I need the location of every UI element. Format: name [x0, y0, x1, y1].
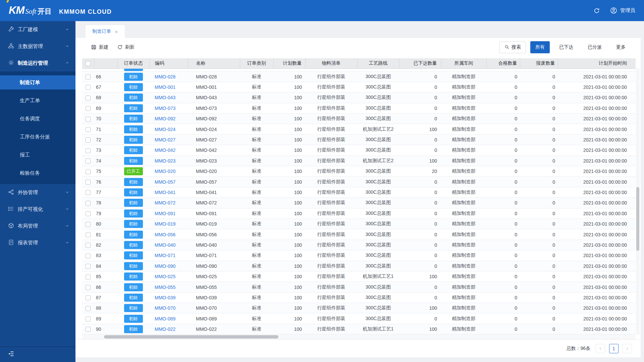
sidebar-subitem[interactable]: 检验任务 — [0, 164, 75, 182]
table-row[interactable]: 67初始MMO-001MMO-001标准100行星组件部装300C总装图0精加制… — [82, 82, 636, 92]
order-code-link[interactable]: MMO-090 — [155, 263, 175, 269]
order-code-link[interactable]: MMO-089 — [155, 316, 175, 321]
row-checkbox[interactable] — [86, 74, 91, 79]
refresh-page-icon[interactable] — [593, 7, 600, 14]
next-page-button[interactable] — [623, 344, 632, 353]
table-row[interactable]: 72初始MMO-027MMO-027标准100行星组件部装300C总装图0精加制… — [82, 134, 636, 145]
table-row[interactable]: 70初始MMO-092MMO-092标准100行星组件部装300C总装图0精加制… — [82, 114, 636, 124]
row-checkbox[interactable] — [86, 243, 91, 248]
table-row[interactable]: 80初始MMO-019MMO-019标准100行星组件部装300C总装图0精加制… — [82, 219, 636, 229]
order-code-link[interactable]: MMO-040 — [155, 242, 175, 248]
sidebar-subitem[interactable]: 任务调度 — [0, 110, 75, 128]
table-row[interactable]: 85初始MMO-025MMO-025标准100行星组件部装机加测试工艺1100精… — [82, 271, 636, 282]
table-row[interactable]: 82初始MMO-040MMO-040标准100行星组件部装300C总装图0精加制… — [82, 240, 636, 250]
row-checkbox[interactable] — [86, 306, 91, 311]
table-row[interactable]: 68初始MMO-043MMO-043标准100行星组件部装300C总装图0精加制… — [82, 93, 636, 103]
collapse-sidebar-icon[interactable] — [7, 351, 15, 358]
order-code-link[interactable]: MMO-041 — [155, 190, 175, 195]
table-row[interactable]: 74初始MMO-023MMO-023标准100行星组件部装机加测试工艺2100精… — [82, 156, 636, 166]
sidebar-item[interactable]: 制造运行管理 — [0, 55, 75, 71]
table-row[interactable]: 90初始MMO-022MMO-022标准100行星组件部装机加测试工艺1100精… — [82, 324, 636, 334]
order-code-link[interactable]: MMO-073 — [155, 106, 175, 111]
order-code-link[interactable]: MMO-056 — [155, 232, 175, 237]
row-checkbox[interactable] — [86, 190, 91, 195]
select-all-checkbox[interactable] — [86, 61, 91, 66]
row-checkbox[interactable] — [86, 285, 91, 290]
table-row[interactable]: 75已开工MMO-020MMO-020标准100行星组件部装300C总装图20精… — [82, 166, 636, 177]
row-checkbox[interactable] — [86, 211, 91, 216]
row-checkbox[interactable] — [86, 327, 91, 332]
current-page-button[interactable]: 1 — [609, 344, 619, 353]
sidebar-item[interactable]: 工厂建模 — [0, 21, 75, 38]
sidebar-item[interactable]: 外协管理 — [0, 184, 75, 201]
order-code-link[interactable]: MMO-070 — [155, 305, 175, 311]
row-checkbox[interactable] — [86, 85, 91, 90]
row-checkbox[interactable] — [86, 180, 91, 185]
table-row[interactable]: 78初始MMO-072MMO-072标准100行星组件部装300C总装图0精加制… — [82, 198, 636, 208]
table-row[interactable]: 76初始MMO-057MMO-057标准100行星组件部装300C总装图0精加制… — [82, 177, 636, 187]
table-row[interactable]: 73初始MMO-042MMO-042标准100行星组件部装300C总装图0精加制… — [82, 145, 636, 156]
sidebar-subitem[interactable]: 制造订单 — [0, 75, 75, 89]
sidebar-item[interactable]: 排产可视化 — [0, 201, 75, 218]
sidebar-subitem[interactable]: 生产工单 — [0, 92, 75, 110]
order-code-link[interactable]: MMO-025 — [155, 274, 175, 279]
row-checkbox[interactable] — [86, 106, 91, 111]
row-checkbox[interactable] — [86, 127, 91, 132]
sidebar-item[interactable]: 主数据管理 — [0, 38, 75, 55]
table-row[interactable]: 83初始MMO-071MMO-071标准100行星组件部装300C总装图0精加制… — [82, 250, 636, 261]
table-row[interactable]: 66初始MMO-028MMO-028标准100行星组件部装300C总装图0精加制… — [82, 71, 636, 82]
row-checkbox[interactable] — [86, 148, 91, 153]
table-row[interactable]: 81初始MMO-056MMO-056标准100行星组件部装300C总装图0精加制… — [82, 229, 636, 240]
filter-button[interactable]: 已分派 — [583, 41, 607, 53]
search-button[interactable]: 搜索 — [499, 41, 526, 53]
user-menu[interactable]: 管理员 — [610, 7, 635, 14]
row-checkbox[interactable] — [86, 316, 91, 321]
table-row[interactable]: 69初始MMO-073MMO-073标准100行星组件部装300C总装图0精加制… — [82, 103, 636, 113]
row-checkbox[interactable] — [86, 232, 91, 237]
vertical-scrollbar-thumb[interactable] — [636, 187, 639, 251]
previous-page-button[interactable] — [596, 344, 605, 353]
filter-button[interactable]: 已下达 — [554, 41, 578, 53]
order-code-link[interactable]: MMO-027 — [155, 137, 175, 142]
row-checkbox[interactable] — [86, 295, 91, 300]
order-code-link[interactable]: MMO-072 — [155, 200, 175, 205]
tab-manufacturing-order[interactable]: 制造订单 × — [86, 25, 125, 38]
order-code-link[interactable]: MMO-001 — [155, 84, 175, 90]
sidebar-subitem[interactable]: 报工 — [0, 146, 75, 164]
new-button[interactable]: 新建 — [91, 44, 108, 50]
order-code-link[interactable]: MMO-042 — [155, 147, 175, 153]
sidebar-item[interactable]: 报表管理 — [0, 234, 75, 251]
table-row[interactable]: 87初始MMO-039MMO-039标准100行星组件部装300C总装图0精加制… — [82, 292, 636, 303]
table-row[interactable]: 86初始MMO-055MMO-055标准100行星组件部装300C总装图0精加制… — [82, 282, 636, 292]
order-code-link[interactable]: MMO-043 — [155, 95, 175, 100]
row-checkbox[interactable] — [86, 264, 91, 269]
table-row[interactable]: 84初始MMO-090MMO-090标准100行星组件部装300C总装图0精加制… — [82, 261, 636, 271]
order-code-link[interactable]: MMO-057 — [155, 179, 175, 185]
row-checkbox[interactable] — [86, 201, 91, 206]
refresh-button[interactable]: 刷新 — [117, 44, 135, 50]
row-checkbox[interactable] — [86, 96, 91, 101]
order-code-link[interactable]: MMO-055 — [155, 285, 175, 290]
sidebar-subitem[interactable]: 工序任务分派 — [0, 128, 75, 146]
table-row[interactable]: 88初始MMO-070MMO-070标准100行星组件部装300C总装图100精… — [82, 303, 636, 313]
order-code-link[interactable]: MMO-028 — [155, 74, 175, 79]
table-row[interactable]: 79初始MMO-091MMO-091标准100行星组件部装300C总装图0精加制… — [82, 208, 636, 219]
row-checkbox[interactable] — [86, 253, 91, 258]
order-code-link[interactable]: MMO-019 — [155, 221, 175, 227]
order-code-link[interactable]: MMO-071 — [155, 253, 175, 258]
row-checkbox[interactable] — [86, 159, 91, 164]
row-checkbox[interactable] — [86, 117, 91, 122]
row-checkbox[interactable] — [86, 137, 91, 142]
order-code-link[interactable]: MMO-092 — [155, 116, 175, 121]
order-code-link[interactable]: MMO-091 — [155, 211, 175, 216]
filter-button[interactable]: 所有 — [530, 41, 550, 53]
row-checkbox[interactable] — [86, 169, 91, 174]
order-code-link[interactable]: MMO-022 — [155, 326, 175, 332]
table-row[interactable]: 71初始MMO-024MMO-024标准100行星组件部装机加测试工艺2100精… — [82, 124, 636, 134]
table-row[interactable]: 77初始MMO-041MMO-041标准100行星组件部装300C总装图0精加制… — [82, 187, 636, 197]
sidebar-item[interactable]: 布局管理 — [0, 218, 75, 234]
horizontal-scrollbar-thumb[interactable] — [104, 335, 278, 339]
row-checkbox[interactable] — [86, 275, 91, 280]
order-code-link[interactable]: MMO-020 — [155, 169, 175, 174]
tab-close-icon[interactable]: × — [115, 29, 118, 34]
